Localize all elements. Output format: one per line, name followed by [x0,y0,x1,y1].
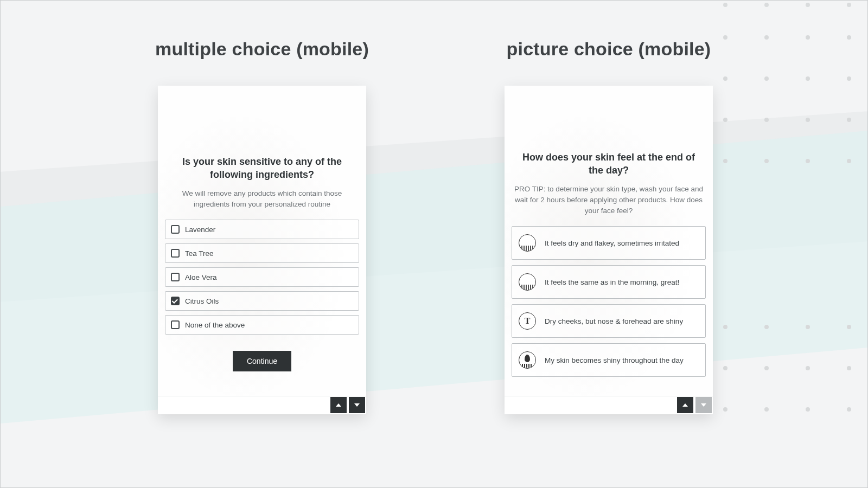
option-label: Dry cheeks, but nose & forehead are shin… [545,317,683,325]
question-subtext: We will remove any products which contai… [164,188,360,220]
phone-nav-footer [158,396,366,414]
question-text: How does your skin feel at the end of th… [511,151,706,177]
picture-choice-column: picture choice (mobile) How does your sk… [505,38,713,487]
chevron-up-icon [682,403,688,407]
checkbox-icon [171,273,180,281]
option-tea-tree[interactable]: Tea Tree [165,243,359,263]
option-shiny[interactable]: My skin becomes shiny throughout the day [512,343,706,377]
option-label: Aloe Vera [185,273,217,281]
chevron-up-icon [336,403,341,407]
question-subtext: PRO TIP: to determine your skin type, wa… [511,184,706,227]
option-same-morning[interactable]: It feels the same as in the morning, gre… [512,265,706,299]
option-aloe-vera[interactable]: Aloe Vera [165,267,359,287]
multiple-choice-column: multiple choice (mobile) Is your skin se… [155,38,369,487]
nav-down-button[interactable] [349,397,365,413]
oily-skin-icon [519,351,536,369]
checkbox-checked-icon [171,297,180,305]
option-label: Citrus Oils [185,297,219,305]
chevron-down-icon [354,403,360,407]
nav-up-button[interactable] [677,397,693,413]
option-label: My skin becomes shiny throughout the day [545,356,684,364]
option-dry-flakey[interactable]: It feels dry and flakey, sometimes irrit… [512,226,706,260]
picture-options-list: It feels dry and flakey, sometimes irrit… [511,226,706,377]
normal-skin-icon [519,273,536,291]
options-list: Lavender Tea Tree Aloe Vera Citrus Oils [164,220,360,335]
phone-mockup-left: Is your skin sensitive to any of the fol… [158,86,366,414]
question-text: Is your skin sensitive to any of the fol… [164,155,360,182]
option-none[interactable]: None of the above [165,315,359,335]
dry-skin-icon [519,234,536,252]
option-lavender[interactable]: Lavender [165,220,359,239]
chevron-down-icon [701,403,706,407]
checkbox-icon [171,249,180,258]
option-label: It feels the same as in the morning, gre… [545,278,679,286]
nav-down-button [695,397,712,413]
tzone-icon: T [519,312,536,330]
phone-mockup-right: How does your skin feel at the end of th… [505,86,713,414]
nav-up-button[interactable] [330,397,347,413]
checkbox-icon [171,225,180,234]
option-label: None of the above [185,321,245,329]
option-tzone[interactable]: T Dry cheeks, but nose & forehead are sh… [512,304,706,338]
left-heading: multiple choice (mobile) [155,38,369,60]
option-label: Tea Tree [185,249,214,258]
phone-nav-footer [505,396,713,414]
continue-button[interactable]: Continue [233,351,291,371]
checkbox-icon [171,320,180,329]
option-label: It feels dry and flakey, sometimes irrit… [545,239,679,247]
right-heading: picture choice (mobile) [507,38,711,60]
option-label: Lavender [185,226,215,234]
option-citrus-oils[interactable]: Citrus Oils [165,291,359,311]
